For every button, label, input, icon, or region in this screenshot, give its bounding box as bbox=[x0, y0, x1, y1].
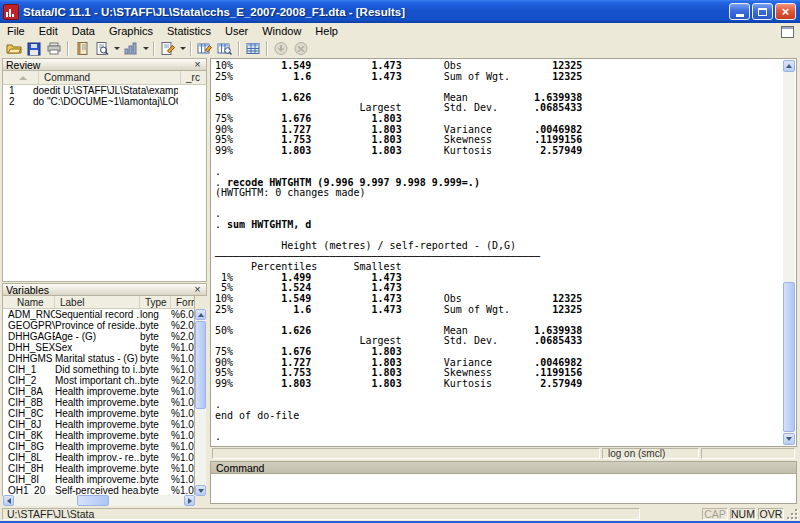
variable-row[interactable]: CIH_8KHealth improveme...byte%1.0f bbox=[3, 430, 194, 441]
variable-type: byte bbox=[140, 331, 171, 342]
variables-col-label[interactable]: Label bbox=[55, 296, 140, 308]
scrollbar-thumb[interactable] bbox=[77, 495, 109, 506]
variable-name: DHH_SEX bbox=[3, 342, 55, 353]
variable-type: byte bbox=[140, 463, 171, 474]
window-titlebar[interactable]: Stata/IC 11.1 - U:\STAFF\JL\Stata\cchs_E… bbox=[0, 0, 800, 23]
graph-dropdown-button[interactable] bbox=[141, 40, 150, 57]
open-button[interactable] bbox=[4, 40, 24, 57]
variable-row[interactable]: CIH_8AHealth improveme...byte%1.0f bbox=[3, 386, 194, 397]
variable-format: %1.0f bbox=[171, 364, 194, 375]
review-row[interactable]: 1doedit U:\STAFF\JL\Stata\exampl... bbox=[3, 85, 206, 96]
scrollbar-thumb[interactable] bbox=[783, 282, 795, 432]
variable-format: %2.0f bbox=[171, 320, 194, 331]
review-row[interactable]: 2do "C:\DOCUME~1\lamontaj\LOC... bbox=[3, 96, 206, 107]
graph-button[interactable] bbox=[121, 40, 141, 57]
clear-more-icon bbox=[273, 41, 289, 56]
save-icon bbox=[26, 41, 42, 56]
review-col-command[interactable]: Command bbox=[39, 71, 181, 84]
open-folder-icon bbox=[6, 41, 22, 56]
variable-format: %1.0f bbox=[171, 430, 194, 441]
variables-col-name[interactable]: Name bbox=[3, 296, 55, 308]
review-titlebar[interactable]: Review × bbox=[2, 58, 207, 71]
variable-type: byte bbox=[140, 474, 171, 485]
sort-ascending-icon bbox=[19, 76, 27, 80]
variable-name: GEOGPRV bbox=[3, 320, 55, 331]
mdi-restore-icon[interactable] bbox=[781, 26, 794, 38]
print-button[interactable] bbox=[44, 40, 64, 57]
review-col-number[interactable] bbox=[3, 71, 39, 84]
variable-row[interactable]: GEOGPRVProvince of reside...byte%2.0f bbox=[3, 320, 194, 331]
variable-row[interactable]: CIH_8IHealth improveme...byte%1.0f bbox=[3, 474, 194, 485]
variable-row[interactable]: CIH_1Did something to i...byte%1.0f bbox=[3, 364, 194, 375]
variables-vertical-scrollbar[interactable] bbox=[195, 309, 206, 496]
break-icon bbox=[293, 41, 309, 56]
variables-columns-header[interactable]: Name Label Type Format bbox=[2, 296, 195, 309]
break-button[interactable] bbox=[291, 40, 311, 57]
data-browser-button[interactable] bbox=[215, 40, 235, 57]
menu-item-data[interactable]: Data bbox=[65, 24, 102, 38]
command-input[interactable] bbox=[210, 474, 797, 504]
variable-name: CIH_8C bbox=[3, 408, 55, 419]
variable-row[interactable]: CIH_8HHealth improveme...byte%1.0f bbox=[3, 463, 194, 474]
variables-titlebar[interactable]: Variables × bbox=[2, 283, 207, 296]
scrollbar-thumb[interactable] bbox=[195, 321, 206, 409]
variable-format: %1.0f bbox=[171, 397, 194, 408]
variables-close-icon[interactable]: × bbox=[192, 285, 203, 294]
review-list: 1doedit U:\STAFF\JL\Stata\exampl...2do "… bbox=[2, 85, 207, 282]
results-line: 25% 1.6 1.473 Sum of Wgt. 12325 bbox=[215, 72, 582, 83]
maximize-button[interactable] bbox=[752, 3, 773, 20]
variable-row[interactable]: ADM_RNOSequential record ...long%6.0f bbox=[3, 309, 194, 320]
close-button[interactable]: × bbox=[775, 3, 796, 20]
resize-grip[interactable] bbox=[786, 508, 799, 521]
menu-item-help[interactable]: Help bbox=[308, 24, 345, 38]
variables-horizontal-scrollbar[interactable] bbox=[3, 495, 195, 506]
save-button[interactable] bbox=[24, 40, 44, 57]
data-editor-button[interactable] bbox=[195, 40, 215, 57]
review-close-icon[interactable]: × bbox=[192, 60, 203, 69]
variable-row[interactable]: CIH_8CHealth improveme...byte%1.0f bbox=[3, 408, 194, 419]
results-line: . sum HWTGHTM, d bbox=[215, 220, 582, 231]
scroll-down-icon bbox=[198, 489, 204, 493]
do-file-editor-button[interactable] bbox=[158, 40, 178, 57]
viewer-dropdown-button[interactable] bbox=[112, 40, 121, 57]
viewer-button[interactable] bbox=[92, 40, 112, 57]
menu-item-graphics[interactable]: Graphics bbox=[102, 24, 160, 38]
variable-row[interactable]: CIH_8BHealth improveme...byte%1.0f bbox=[3, 397, 194, 408]
do-file-editor-dropdown-button[interactable] bbox=[178, 40, 187, 57]
review-columns-header[interactable]: Command _rc bbox=[2, 71, 207, 85]
variable-format: %2.0f bbox=[171, 375, 194, 386]
variable-row[interactable]: DHHGMSMarital status - (G)byte%1.0f bbox=[3, 353, 194, 364]
variables-manager-button[interactable] bbox=[243, 40, 263, 57]
variable-name: DHHGAGE bbox=[3, 331, 55, 342]
menu-item-file[interactable]: File bbox=[0, 24, 32, 38]
results-line: end of do-file bbox=[215, 411, 582, 422]
variable-name: DHHGMS bbox=[3, 353, 55, 364]
log-begin-button[interactable] bbox=[72, 40, 92, 57]
variable-row[interactable]: DHH_SEXSexbyte%1.0f bbox=[3, 342, 194, 353]
variable-name: CIH_1 bbox=[3, 364, 55, 375]
results-window[interactable]: 10% 1.549 1.473 Obs 1232525% 1.6 1.473 S… bbox=[210, 58, 797, 447]
variables-col-type[interactable]: Type bbox=[140, 296, 171, 308]
results-vertical-scrollbar[interactable] bbox=[783, 60, 795, 445]
menu-item-window[interactable]: Window bbox=[255, 24, 308, 38]
variable-row[interactable]: CIH_8LHealth improv.- re...byte%1.0f bbox=[3, 452, 194, 463]
scroll-up-icon bbox=[198, 313, 204, 317]
menu-item-edit[interactable]: Edit bbox=[32, 24, 65, 38]
variables-col-format[interactable]: Format bbox=[171, 296, 194, 308]
variable-label: Health improveme... bbox=[55, 463, 140, 474]
variable-row[interactable]: DHHGAGEAge - (G)byte%2.0f bbox=[3, 331, 194, 342]
clear-more-button[interactable] bbox=[271, 40, 291, 57]
menu-item-statistics[interactable]: Statistics bbox=[160, 24, 218, 38]
variable-row[interactable]: CIH_8GHealth improveme...byte%1.0f bbox=[3, 441, 194, 452]
menu-item-user[interactable]: User bbox=[218, 24, 255, 38]
variable-row[interactable]: CIH_2Most important ch...byte%2.0f bbox=[3, 375, 194, 386]
variables-title: Variables bbox=[6, 284, 192, 296]
review-row-number: 2 bbox=[3, 96, 33, 107]
command-titlebar[interactable]: Command bbox=[210, 461, 797, 474]
variable-name: CIH_8H bbox=[3, 463, 55, 474]
variable-label: Did something to i... bbox=[55, 364, 140, 375]
variable-row[interactable]: CIH_8JHealth improveme...byte%1.0f bbox=[3, 419, 194, 430]
minimize-button[interactable] bbox=[729, 3, 750, 20]
review-col-rc[interactable]: _rc bbox=[181, 71, 206, 84]
review-panel: Review × Command _rc 1doedit U:\STAFF\JL… bbox=[2, 58, 207, 281]
